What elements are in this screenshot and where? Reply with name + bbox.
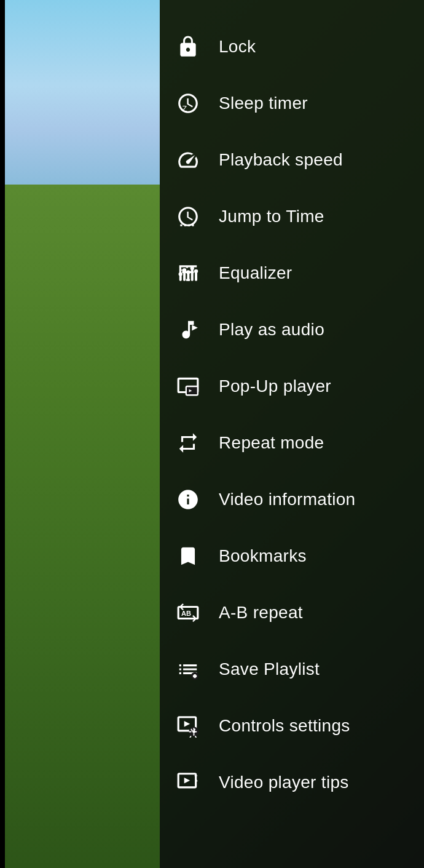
jump-to-time-icon [175,203,202,230]
svg-point-10 [183,268,186,272]
svg-marker-14 [192,325,198,331]
popup-player-label: Pop-Up player [219,376,331,396]
field-bg [0,185,163,868]
sky-bg [0,0,163,215]
play-as-audio-icon [175,316,202,343]
menu-item-repeat-mode[interactable]: Repeat mode [160,415,424,471]
sleep-timer-label: Sleep timer [219,94,308,113]
svg-rect-7 [191,269,194,281]
menu-item-popup-player[interactable]: Pop-Up player [160,358,424,415]
menu-item-ab-repeat[interactable]: AB A-B repeat [160,584,424,641]
svg-point-25 [192,730,195,733]
svg-text:AB: AB [181,610,191,617]
video-player-tips-label: Video player tips [219,773,349,792]
menu-item-save-playlist[interactable]: Save Playlist [160,641,424,698]
svg-rect-6 [187,273,189,281]
playback-speed-icon [175,146,202,173]
bookmarks-label: Bookmarks [219,546,307,566]
menu-item-lock[interactable]: Lock [160,18,424,75]
svg-rect-5 [183,271,186,281]
repeat-mode-icon [175,429,202,456]
menu-item-bookmarks[interactable]: Bookmarks [160,528,424,584]
equalizer-label: Equalizer [219,263,292,283]
controls-settings-label: Controls settings [219,716,350,736]
video-information-label: Video information [219,490,356,509]
svg-rect-8 [195,272,197,281]
svg-marker-23 [184,721,190,727]
menu-item-controls-settings[interactable]: Controls settings [160,698,424,754]
svg-point-11 [186,270,190,274]
lock-label: Lock [219,37,256,57]
svg-point-13 [194,269,198,273]
controls-settings-icon [175,712,202,739]
svg-rect-16 [186,386,198,395]
repeat-mode-label: Repeat mode [219,433,324,453]
menu-item-jump-to-time[interactable]: Jump to Time [160,188,424,245]
menu-item-sleep-timer[interactable]: Z Sleep timer [160,75,424,132]
menu-item-play-as-audio[interactable]: Play as audio [160,301,424,358]
svg-marker-27 [184,778,190,784]
lock-icon [175,33,202,60]
video-info-icon [175,486,202,513]
play-as-audio-label: Play as audio [219,320,324,340]
svg-point-12 [190,266,194,270]
sleep-timer-icon: Z [175,90,202,117]
bookmarks-icon [175,543,202,570]
svg-point-9 [179,272,183,276]
left-dark-strip [0,0,5,868]
video-player-tips-icon [175,769,202,796]
playback-speed-label: Playback speed [219,150,343,170]
svg-text:Z: Z [183,105,187,113]
menu-item-video-player-tips[interactable]: Video player tips [160,754,424,811]
save-playlist-label: Save Playlist [219,659,320,679]
menu-item-video-information[interactable]: Video information [160,471,424,528]
menu-item-playback-speed[interactable]: Playback speed [160,132,424,188]
save-playlist-icon [175,656,202,683]
jump-to-time-label: Jump to Time [219,207,324,226]
ab-repeat-icon: AB [175,599,202,626]
menu-item-equalizer[interactable]: Equalizer [160,245,424,301]
popup-player-icon [175,373,202,400]
equalizer-icon [175,260,202,287]
menu-container: Lock Z Sleep timer Playback speed [160,18,424,868]
ab-repeat-label: A-B repeat [219,603,303,623]
